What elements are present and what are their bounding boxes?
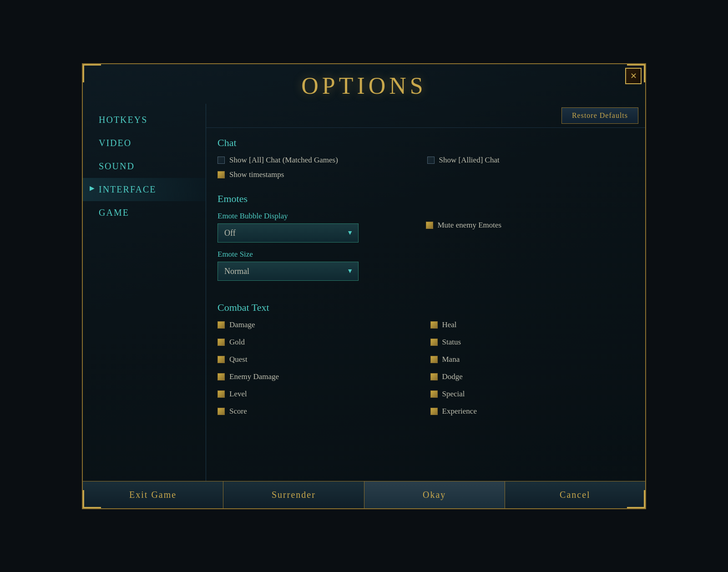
emote-bubble-select[interactable]: Off Allies Only All bbox=[217, 223, 359, 243]
enemy-damage-label: Enemy Damage bbox=[229, 372, 279, 381]
show-allied-chat-row: Show [Allied] Chat bbox=[427, 156, 634, 165]
enemy-damage-checkbox[interactable] bbox=[217, 373, 225, 380]
show-all-chat-checkbox[interactable] bbox=[217, 157, 225, 164]
level-checkbox[interactable] bbox=[217, 390, 225, 398]
emotes-section: Emotes Emote Bubble Display Off Allies O… bbox=[217, 193, 634, 288]
mute-enemy-emotes-label: Mute enemy Emotes bbox=[438, 221, 502, 230]
show-allied-chat-checkbox[interactable] bbox=[427, 157, 435, 164]
corner-decoration-bl bbox=[83, 490, 101, 508]
dialog-body: HOTKEYS VIDEO SOUND INTERFACE GAME Resto… bbox=[83, 104, 645, 481]
status-label: Status bbox=[442, 338, 461, 347]
sidebar-item-sound[interactable]: SOUND bbox=[83, 155, 206, 178]
okay-button[interactable]: Okay bbox=[364, 481, 505, 508]
dialog-footer: Exit Game Surrender Okay Cancel bbox=[83, 481, 645, 508]
dodge-label: Dodge bbox=[442, 372, 463, 381]
corner-decoration-br bbox=[627, 490, 645, 508]
show-all-chat-label: Show [All] Chat (Matched Games) bbox=[229, 156, 338, 165]
damage-label: Damage bbox=[229, 320, 255, 329]
sidebar: HOTKEYS VIDEO SOUND INTERFACE GAME bbox=[83, 104, 206, 481]
gold-checkbox[interactable] bbox=[217, 339, 225, 346]
status-checkbox[interactable] bbox=[430, 339, 438, 346]
emote-size-select[interactable]: Small Normal Large bbox=[217, 262, 359, 281]
surrender-button[interactable]: Surrender bbox=[223, 481, 364, 508]
score-checkbox[interactable] bbox=[217, 408, 225, 415]
damage-row: Damage bbox=[217, 320, 421, 329]
emotes-section-title: Emotes bbox=[217, 193, 634, 205]
heal-label: Heal bbox=[442, 320, 457, 329]
show-timestamps-row: Show timestamps bbox=[217, 170, 634, 179]
heal-checkbox[interactable] bbox=[430, 321, 438, 329]
emote-size-label: Emote Size bbox=[217, 250, 426, 259]
heal-row: Heal bbox=[430, 320, 634, 329]
special-checkbox[interactable] bbox=[430, 390, 438, 398]
close-button[interactable]: ✕ bbox=[625, 68, 642, 84]
main-panel: Restore Defaults Chat Show [All] Chat (M… bbox=[206, 104, 645, 481]
dialog-title: OPTIONS bbox=[83, 64, 645, 104]
dodge-row: Dodge bbox=[430, 372, 634, 381]
show-timestamps-checkbox[interactable] bbox=[217, 171, 225, 178]
options-dialog: ✕ OPTIONS HOTKEYS VIDEO SOUND INTERFACE … bbox=[82, 63, 646, 509]
experience-label: Experience bbox=[442, 407, 477, 416]
corner-decoration-tl bbox=[83, 64, 101, 82]
emote-size-dropdown-wrapper: Small Normal Large ▼ bbox=[217, 262, 359, 281]
chat-section-title: Chat bbox=[217, 137, 634, 149]
experience-row: Experience bbox=[430, 407, 634, 416]
score-label: Score bbox=[229, 407, 247, 416]
mute-enemy-emotes-row: Mute enemy Emotes bbox=[426, 221, 634, 230]
emote-bubble-label: Emote Bubble Display bbox=[217, 212, 426, 221]
combat-text-section: Combat Text Damage Heal bbox=[217, 302, 634, 421]
mute-enemy-emotes-checkbox[interactable] bbox=[426, 222, 433, 229]
sidebar-item-video[interactable]: VIDEO bbox=[83, 132, 206, 155]
mana-row: Mana bbox=[430, 355, 634, 364]
dodge-checkbox[interactable] bbox=[430, 373, 438, 380]
cancel-button[interactable]: Cancel bbox=[505, 481, 645, 508]
exit-game-button[interactable]: Exit Game bbox=[83, 481, 223, 508]
damage-checkbox[interactable] bbox=[217, 321, 225, 329]
sidebar-item-interface[interactable]: INTERFACE bbox=[83, 178, 206, 201]
level-row: Level bbox=[217, 390, 421, 399]
quest-label: Quest bbox=[229, 355, 248, 364]
quest-checkbox[interactable] bbox=[217, 356, 225, 363]
gold-label: Gold bbox=[229, 338, 245, 347]
mana-label: Mana bbox=[442, 355, 460, 364]
sidebar-item-hotkeys[interactable]: HOTKEYS bbox=[83, 108, 206, 132]
quest-row: Quest bbox=[217, 355, 421, 364]
show-allied-chat-label: Show [Allied] Chat bbox=[439, 156, 500, 165]
chat-section: Chat Show [All] Chat (Matched Games) Sho… bbox=[217, 137, 634, 179]
level-label: Level bbox=[229, 390, 247, 399]
emote-bubble-dropdown-wrapper: Off Allies Only All ▼ bbox=[217, 223, 359, 243]
special-label: Special bbox=[442, 390, 465, 399]
status-row: Status bbox=[430, 338, 634, 347]
emote-left-col: Emote Bubble Display Off Allies Only All… bbox=[217, 212, 426, 288]
show-all-chat-row: Show [All] Chat (Matched Games) bbox=[217, 156, 425, 165]
emote-right-col: Mute enemy Emotes bbox=[426, 212, 634, 288]
restore-bar: Restore Defaults bbox=[206, 104, 645, 128]
sidebar-item-game[interactable]: GAME bbox=[83, 201, 206, 224]
restore-defaults-button[interactable]: Restore Defaults bbox=[561, 107, 638, 124]
content-area: Chat Show [All] Chat (Matched Games) Sho… bbox=[206, 128, 645, 481]
show-timestamps-label: Show timestamps bbox=[229, 170, 284, 179]
mana-checkbox[interactable] bbox=[430, 356, 438, 363]
special-row: Special bbox=[430, 390, 634, 399]
enemy-damage-row: Enemy Damage bbox=[217, 372, 421, 381]
combat-text-section-title: Combat Text bbox=[217, 302, 634, 314]
score-row: Score bbox=[217, 407, 421, 416]
gold-row: Gold bbox=[217, 338, 421, 347]
experience-checkbox[interactable] bbox=[430, 408, 438, 415]
